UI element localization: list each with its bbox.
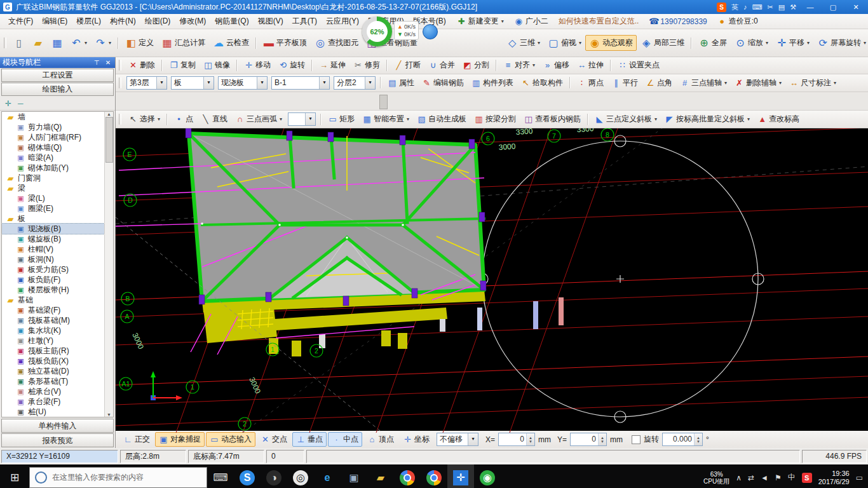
merge-button[interactable]: ∪合并: [424, 57, 459, 73]
perpendicular-snap-toggle[interactable]: ⊥垂点: [292, 432, 327, 447]
menu-item[interactable]: 绘图(D): [140, 14, 175, 29]
close-button[interactable]: ✕: [847, 1, 865, 13]
pan-button[interactable]: ✛平移▾: [772, 35, 813, 51]
set-grip-button[interactable]: ∷设置夹点: [614, 57, 663, 73]
menu-item[interactable]: 修改(M): [175, 14, 210, 29]
taskbar-app-green[interactable]: ◉: [474, 464, 501, 488]
tree-item[interactable]: ▣螺旋板(B): [2, 234, 113, 244]
download-progress-widget[interactable]: 62% ▲0K/s ▼0K/s: [362, 17, 438, 46]
tree-folder[interactable]: ▰基础: [2, 295, 113, 305]
maximize-button[interactable]: ▢: [824, 1, 842, 13]
tree-item[interactable]: ▣基础梁(F): [2, 305, 113, 315]
object-snap-toggle[interactable]: ▣对象捕捉: [155, 432, 205, 447]
network-icon[interactable]: ⇄: [748, 473, 754, 482]
arc-mode-select[interactable]: ▾: [288, 112, 316, 126]
combo-arrow-icon[interactable]: ▾: [257, 77, 267, 89]
tree-item[interactable]: ▣柱帽(V): [2, 244, 113, 254]
taskbar-app-ggj[interactable]: ✛: [447, 464, 474, 488]
arc-3pt-tool-button[interactable]: ∩三点画弧▾: [231, 111, 286, 127]
tree-folder[interactable]: ▰板: [2, 214, 113, 224]
menu-item[interactable]: 文件(F): [4, 14, 37, 29]
sogou-tray-icon[interactable]: S: [802, 473, 812, 483]
define-button[interactable]: ◧定义: [121, 35, 158, 51]
screen-rotate-button[interactable]: ⟳屏幕旋转▾: [813, 35, 868, 51]
menu-item[interactable]: 构件(N): [105, 14, 140, 29]
stretch-button[interactable]: ↔拉伸: [573, 57, 607, 73]
offset-button[interactable]: »偏移: [539, 57, 573, 73]
align-button[interactable]: ≡对齐▾: [499, 57, 539, 73]
screenshot-icon[interactable]: ✂: [768, 3, 773, 11]
help-tip-link[interactable]: 如何快速布置自定义范..: [559, 16, 639, 27]
tree-item[interactable]: ▣承台梁(F): [2, 396, 113, 407]
report-preview-button[interactable]: 报表预览: [1, 433, 114, 447]
y-offset-input[interactable]: 0 ▲▼: [570, 433, 607, 446]
local-3d-button[interactable]: ◈局部三维: [637, 35, 688, 51]
element-name-select[interactable]: B-1▾: [271, 76, 330, 90]
keyboard-icon[interactable]: ⌨: [752, 3, 763, 11]
taskbar-app-light-circle[interactable]: ◎: [287, 464, 314, 488]
midpoint-snap-toggle[interactable]: ∙中点: [328, 432, 362, 447]
split-button[interactable]: ◩分割: [459, 57, 493, 73]
cpu-usage-widget[interactable]: 63% CPU使用: [703, 471, 729, 485]
dimension-button[interactable]: ↔尺寸标注▾: [785, 75, 840, 91]
drawing-input-button[interactable]: 绘图输入: [1, 83, 114, 96]
break-button[interactable]: ╱打断: [390, 57, 424, 73]
flag-icon[interactable]: ⚑: [775, 473, 782, 482]
cloud-check-button[interactable]: ☁云检查: [209, 35, 253, 51]
redo-button[interactable]: ↷▾: [91, 36, 115, 51]
combo-arrow-icon[interactable]: ▾: [319, 77, 329, 89]
collapse-all-icon[interactable]: ─: [18, 99, 24, 108]
menu-item[interactable]: 楼层(L): [72, 14, 105, 29]
taskbar-app-store[interactable]: ▣: [341, 464, 367, 488]
menu-item[interactable]: 视图(V): [254, 14, 288, 29]
new-button[interactable]: ▯: [10, 36, 29, 51]
project-settings-button[interactable]: 工程设置: [1, 69, 114, 82]
aux-axis-3pt-button[interactable]: #三点辅轴▾: [676, 75, 731, 91]
move-button[interactable]: ✛移动: [240, 57, 275, 73]
orbit-button[interactable]: ◉动态观察: [585, 35, 637, 51]
tree-item[interactable]: ▣砌体墙(Q): [2, 142, 113, 152]
single-component-input-button[interactable]: 单构件输入: [1, 419, 114, 433]
slope-3pt-button[interactable]: ◣三点定义斜板▾: [591, 111, 661, 127]
mirror-button[interactable]: ◫镜像: [200, 57, 234, 73]
toolbar-grip[interactable]: [119, 114, 121, 125]
scroll-thumb[interactable]: [105, 117, 113, 163]
find-element-button[interactable]: ◎查找图元: [311, 35, 362, 51]
extend-button[interactable]: →延伸: [315, 57, 349, 73]
rotate-angle-input[interactable]: 0.000 ▲▼: [662, 433, 703, 446]
mic-icon[interactable]: ♪: [743, 3, 747, 11]
tree-item[interactable]: ▣桩(U): [2, 407, 113, 417]
vertex-snap-toggle[interactable]: ⌂顶点: [363, 432, 398, 447]
tree-item[interactable]: ▣暗梁(A): [2, 152, 113, 163]
fullscreen-button[interactable]: ⊕全屏: [695, 35, 731, 51]
copy-button[interactable]: ❐复制: [165, 57, 200, 73]
point-tool-button[interactable]: •点: [170, 111, 197, 127]
tree-item[interactable]: ▣梁(L): [2, 193, 113, 203]
ime-tray-icon[interactable]: 中: [788, 472, 796, 483]
floor-select[interactable]: 第3层▾: [126, 76, 167, 90]
spinner-arrows-icon[interactable]: ▲▼: [598, 433, 606, 445]
tree-item[interactable]: ▣楼层板带(H): [2, 285, 113, 295]
new-change-button[interactable]: ✚新建变更▾: [457, 16, 504, 27]
tree-item[interactable]: ▣独立基础(D): [2, 366, 113, 376]
spinner-arrows-icon[interactable]: ▲▼: [694, 433, 702, 445]
spinner-arrows-icon[interactable]: ▲▼: [526, 433, 534, 445]
intersection-snap-toggle[interactable]: ✕交点: [257, 432, 291, 447]
delete-aux-axis-button[interactable]: ✗删除辅轴▾: [731, 75, 785, 91]
edit-elevation-button[interactable]: ▲查改标高: [754, 111, 803, 127]
taskbar-search[interactable]: 在这里输入你要搜索的内容: [29, 467, 207, 488]
combo-arrow-icon[interactable]: ▾: [365, 77, 375, 89]
sogou-ime-icon[interactable]: S: [717, 3, 726, 12]
parallel-button[interactable]: ∥平行: [607, 75, 642, 91]
select-tool-button[interactable]: ↖选择▾: [125, 111, 164, 127]
taskbar-app-edge[interactable]: e: [314, 464, 341, 488]
toolbar-grip[interactable]: [119, 78, 121, 88]
menu-item[interactable]: 钢筋量(Q): [210, 14, 253, 29]
tree-item[interactable]: ▣条形基础(T): [2, 376, 113, 386]
tree-item[interactable]: ▣现浇板(B): [2, 224, 113, 234]
clipboard-icon[interactable]: ▤: [778, 3, 785, 11]
taskbar-app-explorer[interactable]: ▰: [367, 464, 394, 488]
tree-item[interactable]: ▣柱墩(Y): [2, 336, 113, 346]
smart-layout-button[interactable]: ▦智能布置▾: [358, 111, 413, 127]
split-by-beam-button[interactable]: ▥按梁分割: [470, 111, 520, 127]
